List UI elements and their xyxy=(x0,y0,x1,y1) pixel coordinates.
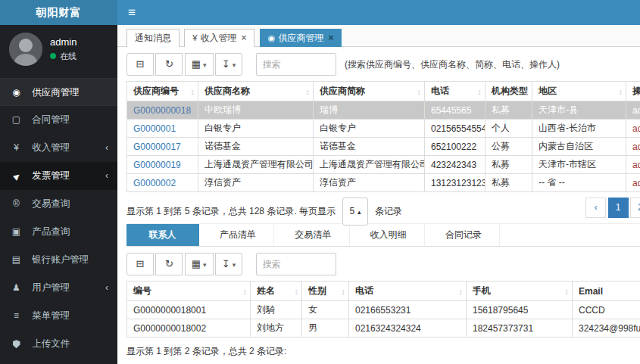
pagination-info-prefix: 显示第 1 到第 5 条记录，总共 128 条记录. 每页显示 xyxy=(126,206,336,216)
sort-icon: ↕ xyxy=(243,287,248,296)
tab-notifications[interactable]: 通知消息 xyxy=(126,29,180,47)
col-operator[interactable]: 操作人↕ xyxy=(626,82,640,101)
cell-contact-name: 刘騎 xyxy=(251,301,302,319)
col-mobile[interactable]: 手机↕ xyxy=(467,282,573,301)
columns-button[interactable]: ▦▾ xyxy=(185,53,214,76)
sidebar-item-contract-mgmt[interactable]: ▢ 合同管理 xyxy=(0,106,117,134)
page-size-select[interactable]: 5▴ xyxy=(342,198,367,226)
caret-down-icon: ▾ xyxy=(233,261,236,269)
sidebar-item-label: 收入管理 xyxy=(32,142,70,153)
app-window: 朝阳财富 admin 在线 ◉ 供应商管理 ▢ xyxy=(0,0,640,364)
supplier-code-link[interactable]: G00000019 xyxy=(133,160,181,170)
col-contact-phone[interactable]: 电话↕ xyxy=(349,282,467,301)
cell-phone: 02156554554 xyxy=(425,120,485,138)
col-phone[interactable]: 电话↕ xyxy=(425,82,485,101)
cell-region: -- 省 -- xyxy=(532,174,626,192)
sidebar-item-upload-file[interactable]: 上传文件 xyxy=(0,330,117,358)
page-button-2[interactable]: 2 xyxy=(630,198,640,218)
table-row[interactable]: G0000000018002 刘地方 男 0216324324324 18245… xyxy=(127,319,640,338)
supplier-code-link[interactable]: G00000017 xyxy=(133,142,181,152)
contacts-record-count: 显示第 1 到第 2 条记录，总共 2 条记录: xyxy=(126,345,640,358)
sidebar-item-invoice-mgmt[interactable]: ▶ 发票管理 ‹ xyxy=(0,162,117,190)
table-row[interactable]: G0000001 白银专户 白银专户 02156554554 个人 山西省-长治… xyxy=(127,120,640,138)
cell-contact-phone: 02166553231 xyxy=(349,301,467,319)
avatar xyxy=(9,33,42,66)
user-name: admin xyxy=(50,36,76,48)
col-supplier-short-name[interactable]: 供应商简称↕ xyxy=(314,82,425,101)
user-status-label: 在线 xyxy=(60,51,76,61)
tab-supplier-mgmt[interactable]: ◉供应商管理× xyxy=(260,29,342,47)
sidebar-item-label: 发票管理 xyxy=(32,170,70,181)
hamburger-icon[interactable]: ≡ xyxy=(117,0,136,25)
supplier-search xyxy=(256,53,336,76)
sidebar-item-bank-account-mgmt[interactable]: ▤ 银行账户管理 xyxy=(0,246,117,274)
sidebar-item-supplier-mgmt[interactable]: ◉ 供应商管理 xyxy=(0,78,117,106)
sidebar-item-user-mgmt[interactable]: ♟ 用户管理 ‹ xyxy=(0,274,117,302)
cell-name: 上海通晟资产管理有限公司 xyxy=(198,156,314,174)
table-row[interactable]: G00000017 诺德基金 诺德基金 652100222 公募 内蒙古自治区 … xyxy=(127,138,640,156)
table-row[interactable]: G00000019 上海通晟资产管理有限公司 上海通晟资产管理有限公司 4232… xyxy=(127,156,640,174)
col-supplier-name[interactable]: 供应商名称↕ xyxy=(198,82,314,101)
person-icon: ♟ xyxy=(10,274,23,302)
sidebar-menu: ◉ 供应商管理 ▢ 合同管理 ¥ 收入管理 ‹ ▶ 发票管理 ‹ ® 交易查询 xyxy=(0,78,117,358)
sort-icon: ↕ xyxy=(459,287,464,296)
yen-icon: ¥ xyxy=(192,33,197,42)
toggle-pagination-button[interactable]: ⊟ xyxy=(126,253,154,275)
tab-contract-records[interactable]: 合同记录 xyxy=(427,224,500,246)
refresh-button[interactable]: ↻ xyxy=(155,53,183,76)
col-email[interactable]: Email xyxy=(573,282,640,301)
chevron-left-icon: ‹ xyxy=(105,162,108,190)
cell-code: G00000019 xyxy=(127,156,198,174)
supplier-code-link[interactable]: G0000002 xyxy=(133,178,176,188)
col-contact-code[interactable]: 编号↕ xyxy=(127,282,251,301)
registered-icon: ® xyxy=(10,190,23,218)
sort-icon: ↕ xyxy=(306,87,311,96)
product-icon: ▣ xyxy=(10,218,23,246)
tab-trade-list[interactable]: 交易清单 xyxy=(277,224,350,246)
cell-region: 天津市-市辖区 xyxy=(532,156,626,174)
columns-button[interactable]: ▦▾ xyxy=(185,253,214,275)
supplier-table-wrap: 供应商编号↕ 供应商名称↕ 供应商简称↕ 电话↕ 机构类型↕ 地区↕ 操作人↕ … xyxy=(126,81,640,192)
tab-income-detail[interactable]: 收入明细 xyxy=(352,224,425,246)
col-org-type[interactable]: 机构类型↕ xyxy=(485,82,532,101)
contacts-search-input[interactable] xyxy=(256,253,336,275)
col-contact-name[interactable]: 姓名↕ xyxy=(251,282,302,301)
cell-org-type: 个人 xyxy=(485,120,532,138)
prev-page-button[interactable]: ‹ xyxy=(585,198,606,218)
sidebar-item-trade-query[interactable]: ® 交易查询 xyxy=(0,190,117,218)
close-icon[interactable]: × xyxy=(328,33,333,43)
col-supplier-code[interactable]: 供应商编号↕ xyxy=(127,82,198,101)
sidebar-item-income-mgmt[interactable]: ¥ 收入管理 ‹ xyxy=(0,134,117,162)
tab-product-list[interactable]: 产品清单 xyxy=(201,224,274,246)
supplier-code-link[interactable]: G0000001 xyxy=(133,123,176,134)
page-button-1[interactable]: 1 xyxy=(608,198,629,218)
export-button[interactable]: ↧▾ xyxy=(215,253,242,275)
table-row[interactable]: G0000002 淳信资产 淳信资产 13123123123 私募 -- 省 -… xyxy=(127,174,640,192)
contacts-search xyxy=(256,253,336,275)
close-icon[interactable]: × xyxy=(241,33,246,43)
col-gender[interactable]: 性别↕ xyxy=(302,282,349,301)
contacts-toolbar: ⊟ ↻ ▦▾ ↧▾ xyxy=(126,253,640,276)
sidebar-item-label: 供应商管理 xyxy=(32,87,80,98)
pager: ‹ 1 2 xyxy=(586,198,640,218)
col-region[interactable]: 地区↕ xyxy=(532,82,626,101)
refresh-button[interactable]: ↻ xyxy=(155,253,183,275)
sidebar-item-product-query[interactable]: ▣ 产品查询 xyxy=(0,218,117,246)
tab-contacts[interactable]: 联系人 xyxy=(126,224,199,246)
cell-email: 324234@998fund.com xyxy=(573,319,640,338)
avatar-photo xyxy=(9,33,42,66)
cell-name: 淳信资产 xyxy=(198,174,314,192)
table-row[interactable]: G0000000018001 刘騎 女 02166553231 15618795… xyxy=(127,301,640,319)
cell-contact-phone: 0216324324324 xyxy=(349,319,467,338)
tab-income-mgmt[interactable]: ¥收入管理× xyxy=(184,29,254,47)
supplier-code-link[interactable]: G0000000018 xyxy=(133,105,191,116)
export-icon: ↧ xyxy=(222,258,230,269)
detail-tabs: 联系人 产品清单 交易清单 收入明细 合同记录 xyxy=(126,223,640,247)
table-row[interactable]: G0000000018 中欧瑞博 瑞博 65445565 私募 天津市-县 ad… xyxy=(127,101,640,120)
toggle-pagination-button[interactable]: ⊟ xyxy=(126,53,154,76)
supplier-search-input[interactable] xyxy=(256,53,336,76)
cell-gender: 男 xyxy=(302,319,349,338)
sidebar-item-menu-mgmt[interactable]: ≡ 菜单管理 xyxy=(0,302,117,330)
export-button[interactable]: ↧▾ xyxy=(215,53,242,76)
cell-region: 山西省-长治市 xyxy=(532,120,626,138)
